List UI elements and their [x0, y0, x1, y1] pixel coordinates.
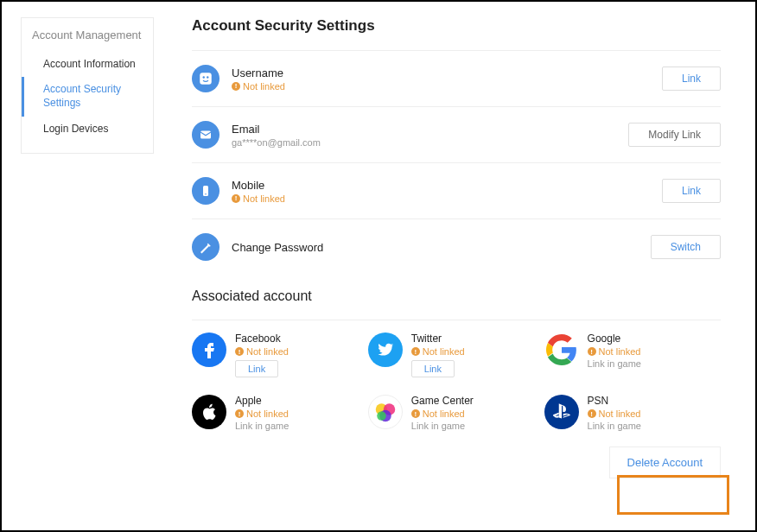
svg-rect-3	[200, 131, 211, 139]
assoc-name: PSN	[588, 395, 641, 407]
twitter-link-button[interactable]: Link	[411, 360, 455, 377]
assoc-name: Facebook	[235, 332, 289, 345]
assoc-name: Twitter	[411, 332, 465, 345]
assoc-sub: Link in game	[235, 421, 289, 431]
sidebar-item-label: Login Devices	[43, 123, 108, 135]
warning-icon: !	[232, 194, 240, 203]
email-modify-button[interactable]: Modify Link	[628, 123, 721, 147]
assoc-item-google: Google !Not linked Link in game	[544, 324, 721, 386]
username-status: !Not linked	[232, 81, 662, 92]
warning-icon: !	[588, 347, 596, 356]
email-icon	[192, 121, 219, 149]
google-icon	[544, 332, 579, 367]
delete-wrap: Delete Account	[192, 446, 721, 478]
password-icon	[192, 233, 219, 261]
sidebar-item-account-information[interactable]: Account Information	[22, 52, 153, 78]
assoc-status: !Not linked	[588, 408, 641, 419]
assoc-sub: Link in game	[588, 358, 641, 369]
mobile-label: Mobile	[232, 179, 662, 192]
gamecenter-icon	[368, 395, 403, 429]
password-label: Change Password	[232, 241, 651, 254]
assoc-item-psn: PSN !Not linked Link in game	[544, 386, 721, 440]
password-switch-button[interactable]: Switch	[651, 235, 721, 259]
username-link-button[interactable]: Link	[662, 66, 721, 91]
row-mobile: Mobile !Not linked Link	[192, 162, 721, 218]
assoc-sub: Link in game	[411, 421, 474, 431]
warning-icon: !	[232, 82, 240, 91]
facebook-icon	[192, 332, 226, 367]
svg-point-9	[377, 411, 386, 421]
sidebar-item-label: Account Security Settings	[43, 83, 121, 109]
email-value: ga****on@gmail.com	[232, 137, 628, 148]
delete-account-button[interactable]: Delete Account	[609, 446, 721, 478]
svg-point-5	[205, 193, 207, 195]
warning-icon: !	[235, 347, 244, 356]
assoc-item-twitter: Twitter !Not linked Link	[368, 324, 544, 386]
sidebar-item-label: Account Information	[43, 58, 136, 70]
assoc-name: Apple	[235, 395, 289, 407]
assoc-status: !Not linked	[588, 346, 641, 357]
page-title: Account Security Settings	[192, 17, 721, 35]
twitter-icon	[368, 332, 403, 367]
row-username: Username !Not linked Link	[192, 50, 721, 106]
associated-grid: Facebook !Not linked Link Twitter !Not l…	[192, 320, 721, 440]
sidebar-title: Account Management	[22, 28, 153, 52]
svg-point-1	[203, 76, 205, 78]
svg-rect-0	[200, 73, 212, 85]
facebook-link-button[interactable]: Link	[235, 360, 278, 377]
highlight-box	[617, 475, 729, 515]
warning-icon: !	[235, 409, 244, 418]
apple-icon	[192, 395, 226, 429]
assoc-status: !Not linked	[411, 346, 465, 357]
assoc-status: !Not linked	[235, 346, 289, 357]
email-label: Email	[232, 123, 628, 136]
warning-icon: !	[411, 409, 420, 418]
assoc-name: Game Center	[411, 395, 474, 407]
main-content: Account Security Settings Username !Not …	[154, 17, 755, 478]
row-email: Email ga****on@gmail.com Modify Link	[192, 106, 721, 162]
assoc-item-gamecenter: Game Center !Not linked Link in game	[368, 386, 544, 440]
svg-point-2	[207, 76, 208, 78]
mobile-link-button[interactable]: Link	[662, 179, 721, 203]
sidebar-item-login-devices[interactable]: Login Devices	[22, 117, 153, 142]
assoc-status: !Not linked	[235, 408, 289, 419]
assoc-item-facebook: Facebook !Not linked Link	[192, 324, 368, 386]
psn-icon	[544, 395, 579, 429]
sidebar-item-account-security-settings[interactable]: Account Security Settings	[22, 77, 153, 116]
assoc-sub: Link in game	[588, 421, 641, 431]
associated-title: Associated account	[192, 288, 721, 304]
sidebar: Account Management Account Information A…	[21, 17, 154, 154]
mobile-icon	[192, 177, 219, 205]
warning-icon: !	[411, 347, 420, 356]
username-icon	[192, 65, 219, 92]
assoc-item-apple: Apple !Not linked Link in game	[192, 386, 368, 440]
assoc-status: !Not linked	[411, 408, 474, 419]
assoc-name: Google	[588, 332, 641, 345]
username-label: Username	[232, 66, 662, 79]
mobile-status: !Not linked	[232, 193, 662, 204]
warning-icon: !	[588, 409, 596, 418]
row-password: Change Password Switch	[192, 218, 721, 275]
